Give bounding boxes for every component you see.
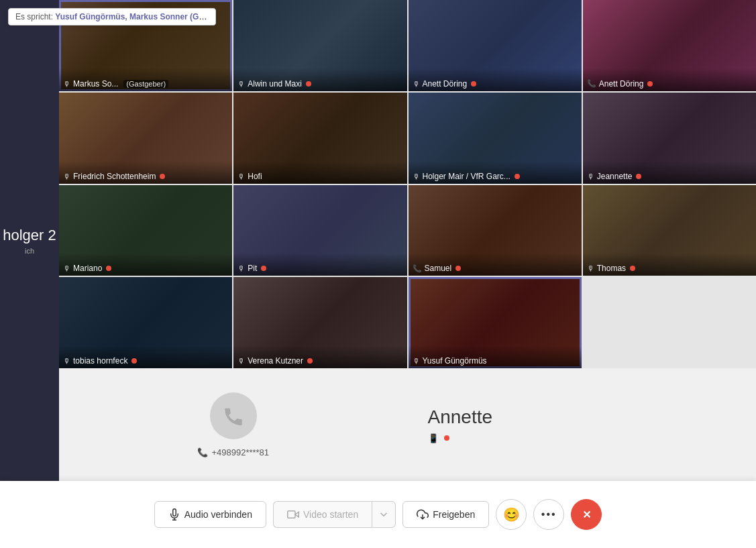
end-call-button[interactable]: ✕ — [571, 499, 602, 530]
speaking-banner: Es spricht: Yusuf Güngörmüs, Markus Sonn… — [8, 8, 216, 25]
tile-friedrich: 🎙 Friedrich Schottenheim — [59, 93, 232, 184]
tile-label-markus: 🎙 Markus So... (Gastgeber) — [59, 68, 232, 91]
tile-verena: 🎙 Verena Kutzner — [233, 277, 407, 368]
speaking-names: Yusuf Güngörmüs, Markus Sonner (Gastge..… — [55, 12, 216, 21]
tile-anett2: 📞 Anett Döring — [583, 0, 756, 91]
tile-label-yusuf: 🎙 Yusuf Güngörmüs — [409, 345, 582, 368]
emoji-button[interactable]: 😊 — [496, 499, 527, 530]
more-icon: ••• — [541, 508, 557, 520]
video-grid: 🎙 Markus So... (Gastgeber) 🎙 Alwin und M… — [59, 0, 756, 368]
caller-device-row: 📱 — [428, 433, 449, 443]
tile-hofi: 🎙 Hofi — [233, 93, 407, 184]
tile-label-friedrich: 🎙 Friedrich Schottenheim — [59, 161, 232, 184]
video-dropdown-button[interactable] — [372, 501, 396, 528]
tile-label-samuel: 📞 Samuel — [409, 253, 582, 276]
audio-connect-label: Audio verbinden — [184, 509, 252, 520]
tile-tobias: 🎙 tobias hornfeck — [59, 277, 232, 368]
svg-marker-2 — [295, 512, 299, 517]
tile-anett1: 🎙 Anett Döring — [409, 0, 582, 91]
tile-jeannette: 🎙 Jeannette — [583, 93, 756, 184]
speaking-label: Es spricht: — [15, 12, 55, 21]
audio-icon — [168, 508, 180, 520]
caller-name-area: Annette 📱 — [408, 406, 757, 443]
tile-label-hofi: 🎙 Hofi — [233, 161, 407, 184]
tile-label-tobias: 🎙 tobias hornfeck — [59, 345, 232, 368]
phone-icon — [222, 404, 245, 427]
tile-label-anett1: 🎙 Anett Döring — [409, 68, 582, 91]
emoji-icon: 😊 — [503, 506, 520, 523]
audio-connect-button[interactable]: Audio verbinden — [154, 501, 266, 528]
caller-area: 📞 +498992****81 Annette 📱 — [59, 368, 756, 481]
video-start-label: Video starten — [303, 509, 358, 520]
tile-label-pit: 🎙 Pit — [233, 253, 407, 276]
share-button[interactable]: Freigeben — [402, 501, 489, 528]
self-view-tile: holger 2 ich — [0, 0, 59, 481]
self-view-name: holger 2 — [3, 227, 56, 244]
tile-samuel: 📞 Samuel — [409, 185, 582, 276]
tile-label-holger-mair: 🎙 Holger Mair / VfR Garc... — [409, 161, 582, 184]
tile-label-verena: 🎙 Verena Kutzner — [233, 345, 407, 368]
caller-phone-area: 📞 +498992****81 — [59, 392, 408, 457]
tile-yusuf: 🎙 Yusuf Güngörmüs — [409, 277, 582, 368]
tile-label-mariano: 🎙 Mariano — [59, 253, 232, 276]
caller-name: Annette — [428, 406, 493, 428]
self-view-sub: ich — [25, 247, 34, 255]
video-icon — [287, 508, 299, 520]
video-start-button[interactable]: Video starten — [273, 501, 372, 528]
tile-alwin: 🎙 Alwin und Maxi — [233, 0, 407, 91]
svg-rect-3 — [288, 511, 295, 518]
tile-thomas: 🎙 Thomas — [583, 185, 756, 276]
video-button-group: Video starten — [273, 501, 396, 528]
toolbar: Audio verbinden Video starten Freigeben … — [0, 481, 756, 548]
tile-mariano: 🎙 Mariano — [59, 185, 232, 276]
tile-label-jeannette: 🎙 Jeannette — [583, 161, 756, 184]
more-button[interactable]: ••• — [533, 499, 564, 530]
tile-label-alwin: 🎙 Alwin und Maxi — [233, 68, 407, 91]
caller-phone-number: 📞 +498992****81 — [197, 447, 269, 457]
tile-label-anett2: 📞 Anett Döring — [583, 68, 756, 91]
tile-pit: 🎙 Pit — [233, 185, 407, 276]
close-icon: ✕ — [582, 508, 591, 521]
chevron-down-icon — [378, 508, 390, 520]
caller-avatar — [210, 392, 257, 439]
tile-holger-mair: 🎙 Holger Mair / VfR Garc... — [409, 93, 582, 184]
share-label: Freigeben — [433, 509, 475, 520]
share-icon — [417, 508, 429, 520]
tile-label-thomas: 🎙 Thomas — [583, 253, 756, 276]
